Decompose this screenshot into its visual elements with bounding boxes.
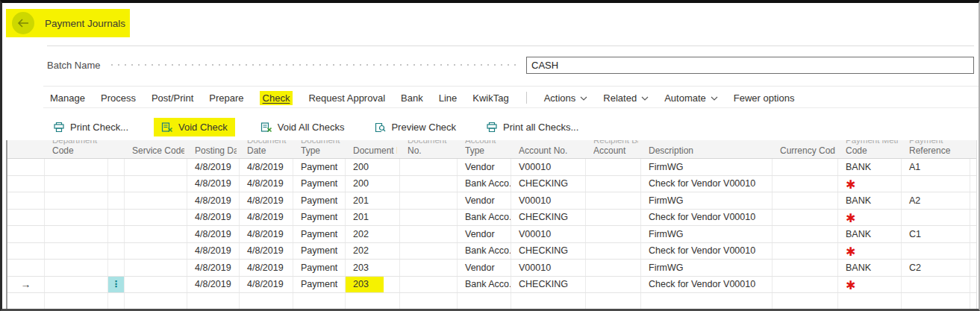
cell-recipient-bank-account[interactable] xyxy=(586,293,641,310)
cell-trailing[interactable] xyxy=(970,176,980,192)
cell-payment-method-code[interactable] xyxy=(838,293,902,310)
column-header-account-type[interactable]: AccountType xyxy=(458,140,511,158)
cell-document-date[interactable]: 4/8/2019 xyxy=(240,277,293,293)
cell-trailing[interactable] xyxy=(970,293,980,310)
void-check-button[interactable]: Void Check xyxy=(154,118,235,136)
cell-account-no[interactable]: V00010 xyxy=(511,260,586,276)
cell-document-date[interactable]: 4/8/2019 xyxy=(240,192,293,209)
cell-selector[interactable] xyxy=(7,226,45,242)
column-header-posting-date[interactable]: Posting Date xyxy=(187,140,240,158)
cell-account-no[interactable] xyxy=(511,293,586,310)
cell-posting-date[interactable]: 4/8/2019 xyxy=(187,159,240,175)
cell-currency-code[interactable] xyxy=(773,260,838,276)
cell-payment-reference[interactable]: C2 xyxy=(902,260,970,276)
table-row-active[interactable]: →⋮4/8/20194/8/2019Payment203Bank Acco...… xyxy=(7,277,976,294)
table-row[interactable]: 4/8/20194/8/2019Payment200Bank Acco...CH… xyxy=(7,176,976,193)
cell-document-no-2[interactable] xyxy=(400,159,458,175)
cell-description[interactable]: FirmWG xyxy=(641,226,773,242)
column-header-description[interactable]: Description xyxy=(641,140,773,158)
table-row[interactable]: 4/8/20194/8/2019Payment202VendorV00010Fi… xyxy=(7,226,976,243)
cell-service-code[interactable] xyxy=(125,159,187,175)
cell-trailing[interactable] xyxy=(970,192,980,209)
menu-dropdown-automate[interactable]: Automate xyxy=(664,92,718,104)
table-row[interactable] xyxy=(7,293,976,310)
cell-trailing[interactable] xyxy=(970,159,980,175)
void-asterisk-icon[interactable]: ✱ xyxy=(838,176,902,192)
cell-recipient-bank-account[interactable] xyxy=(586,243,641,260)
cell-document-type[interactable]: Payment xyxy=(293,159,346,175)
cell-row-menu[interactable] xyxy=(108,192,125,209)
cell-account-no[interactable]: V00010 xyxy=(511,226,586,242)
cell-document-no[interactable]: 201 xyxy=(346,192,400,209)
cell-document-date[interactable]: 4/8/2019 xyxy=(240,159,293,175)
menu-item-prepare[interactable]: Prepare xyxy=(209,92,243,104)
cell-currency-code[interactable] xyxy=(773,293,838,310)
column-header-currency-code[interactable]: Currency Code xyxy=(773,140,838,158)
cell-trailing[interactable] xyxy=(970,243,980,260)
cell-currency-code[interactable] xyxy=(773,192,838,209)
cell-row-menu[interactable] xyxy=(108,243,125,260)
cell-document-no-2[interactable] xyxy=(400,176,458,192)
cell-document-no[interactable]: 203 xyxy=(346,260,400,276)
cell-service-code[interactable] xyxy=(125,260,187,276)
cell-document-no-2[interactable] xyxy=(400,277,458,293)
cell-selector[interactable] xyxy=(7,176,45,192)
preview-check-button[interactable]: Preview Check xyxy=(369,118,461,136)
cell-currency-code[interactable] xyxy=(773,176,838,192)
cell-document-no[interactable]: 202 xyxy=(346,243,400,260)
cell-department-code[interactable] xyxy=(45,260,108,276)
menu-item-bank[interactable]: Bank xyxy=(401,92,423,104)
void-asterisk-icon[interactable]: ✱ xyxy=(838,277,902,293)
cell-row-menu[interactable] xyxy=(108,260,125,276)
column-header-department-code[interactable]: DepartmentCode xyxy=(45,140,108,158)
menu-item-post-print[interactable]: Post/Print xyxy=(152,92,193,104)
cell-account-type[interactable]: Bank Acco... xyxy=(458,277,511,293)
cell-selector[interactable] xyxy=(7,293,45,310)
cell-service-code[interactable] xyxy=(125,277,187,293)
cell-document-type[interactable]: Payment xyxy=(293,176,346,192)
cell-service-code[interactable] xyxy=(125,293,187,310)
cell-account-type[interactable]: Bank Acco... xyxy=(458,210,511,226)
column-header-document-no[interactable]: Document No. xyxy=(346,140,400,158)
cell-document-date[interactable]: 4/8/2019 xyxy=(240,260,293,276)
back-button[interactable] xyxy=(12,12,34,34)
cell-currency-code[interactable] xyxy=(773,210,838,226)
cell-selector[interactable] xyxy=(7,192,45,209)
table-row[interactable]: 4/8/20194/8/2019Payment201Bank Acco...CH… xyxy=(7,210,976,227)
cell-payment-method-code[interactable]: BANK xyxy=(838,260,902,276)
cell-department-code[interactable] xyxy=(45,176,108,192)
cell-document-date[interactable] xyxy=(240,293,293,310)
cell-currency-code[interactable] xyxy=(773,277,838,293)
cell-trailing[interactable] xyxy=(970,260,980,276)
cell-recipient-bank-account[interactable] xyxy=(586,226,641,242)
cell-payment-reference[interactable]: A1 xyxy=(902,159,970,175)
cell-document-no[interactable] xyxy=(346,293,400,310)
cell-row-menu[interactable] xyxy=(108,176,125,192)
column-header-payment-reference[interactable]: PaymentReference xyxy=(902,140,970,158)
cell-document-no-2[interactable] xyxy=(400,192,458,209)
cell-selector[interactable] xyxy=(7,243,45,260)
cell-posting-date[interactable]: 4/8/2019 xyxy=(187,277,240,293)
menu-item-kwiktag[interactable]: KwikTag xyxy=(472,92,508,104)
cell-document-no-2[interactable] xyxy=(400,243,458,260)
cell-payment-method-code[interactable]: BANK xyxy=(838,226,902,242)
column-header-document-no-2[interactable]: DocumentNo. xyxy=(400,140,458,158)
cell-currency-code[interactable] xyxy=(773,226,838,242)
cell-payment-reference[interactable]: C1 xyxy=(902,226,970,242)
cell-account-type[interactable]: Bank Acco... xyxy=(458,176,511,192)
cell-account-type[interactable]: Bank Acco... xyxy=(458,243,511,260)
cell-row-menu[interactable] xyxy=(108,159,125,175)
cell-payment-method-code[interactable]: BANK xyxy=(838,192,902,209)
cell-account-type[interactable]: Vendor xyxy=(458,159,511,175)
cell-document-type[interactable]: Payment xyxy=(293,243,346,260)
cell-document-type[interactable]: Payment xyxy=(293,260,346,276)
row-menu-indicator-icon[interactable]: ⋮ xyxy=(108,277,125,293)
void-all-checks-button[interactable]: Void All Checks xyxy=(256,118,349,136)
cell-selector[interactable] xyxy=(7,260,45,276)
cell-payment-reference[interactable] xyxy=(902,277,970,293)
cell-posting-date[interactable]: 4/8/2019 xyxy=(187,226,240,242)
menu-item-line[interactable]: Line xyxy=(439,92,458,104)
cell-document-date[interactable]: 4/8/2019 xyxy=(240,210,293,226)
menu-item-fewer-options[interactable]: Fewer options xyxy=(734,92,795,104)
cell-document-no[interactable]: 203 xyxy=(346,277,400,293)
